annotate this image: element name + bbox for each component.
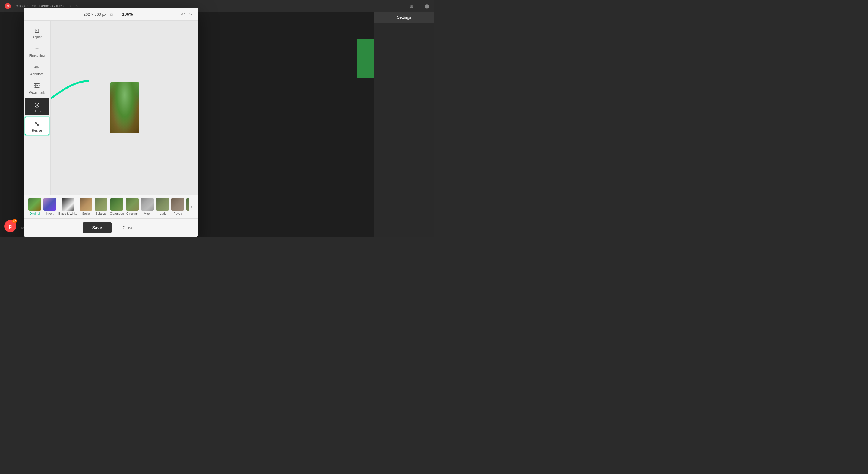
watermark-label: Watermark xyxy=(29,91,45,94)
filter-invert[interactable]: Invert xyxy=(43,198,56,215)
zoom-level: 106% xyxy=(122,12,133,16)
top-icon-2: ⬚ xyxy=(417,4,421,8)
annotate-label: Annotate xyxy=(30,72,43,76)
app-title: Maileon Email Demo · Guides · Images xyxy=(16,4,79,8)
zoom-out-button[interactable]: − xyxy=(116,11,120,17)
toolbar-separator: ⧉ xyxy=(110,12,113,17)
filter-reyes[interactable]: Reyes xyxy=(171,198,184,215)
filter-thumb-sepia xyxy=(80,198,92,211)
zoom-control: − 106% + xyxy=(116,11,138,17)
editor-footer: Save Close xyxy=(24,218,198,237)
filter-label-invert: Invert xyxy=(46,212,53,215)
filter-thumb-bw xyxy=(62,198,74,211)
zoom-in-button[interactable]: + xyxy=(135,11,139,17)
undo-button[interactable]: ↶ xyxy=(181,11,185,17)
filter-label-bw: Black & White xyxy=(59,212,77,215)
filter-moon[interactable]: Moon xyxy=(141,198,154,215)
app-logo: M xyxy=(5,3,11,9)
filter-list: Original Invert Black & White Sepia Sola… xyxy=(28,198,189,215)
filter-solarize[interactable]: Solarize xyxy=(95,198,107,215)
resize-label: Resize xyxy=(32,129,42,132)
filter-thumb-reyes xyxy=(171,198,184,211)
filter-label-clarendon: Clarendon xyxy=(110,212,124,215)
filter-thumb-invert xyxy=(43,198,56,211)
filter-thumb-gingham xyxy=(126,198,139,211)
annotate-icon: ✏ xyxy=(34,64,39,71)
filter-label-original: Original xyxy=(30,212,40,215)
image-editor-modal: 202 × 360 px ⧉ − 106% + ↶ ↷ ⊡ Adjust ≡ F… xyxy=(24,8,198,237)
editor-sidebar: ⊡ Adjust ≡ Finetuning ✏ Annotate 🖼 Water… xyxy=(24,21,51,195)
svg-marker-0 xyxy=(51,97,52,108)
watermark-icon: 🖼 xyxy=(34,82,40,90)
filter-thumb-moon xyxy=(141,198,154,211)
adjust-icon: ⊡ xyxy=(34,27,39,34)
save-button[interactable]: Save xyxy=(83,222,112,233)
tool-finetuning[interactable]: ≡ Finetuning xyxy=(25,42,50,60)
editor-toolbar: 202 × 360 px ⧉ − 106% + ↶ ↷ xyxy=(24,8,198,21)
filter-label-lark: Lark xyxy=(160,212,165,215)
green-rect-background xyxy=(357,39,374,78)
tool-resize[interactable]: ⤡ Resize xyxy=(25,116,50,135)
finetuning-label: Finetuning xyxy=(29,54,44,57)
finetuning-icon: ≡ xyxy=(35,45,39,53)
filters-label: Filters xyxy=(33,109,41,113)
adjust-label: Adjust xyxy=(32,35,41,39)
right-panel: Settings xyxy=(374,12,434,237)
filter-thumb-lark xyxy=(156,198,169,211)
filter-label-reyes: Reyes xyxy=(173,212,182,215)
filter-label-gingham: Gingham xyxy=(126,212,139,215)
editor-canvas xyxy=(51,21,198,195)
g-icon-badge: 17 xyxy=(12,219,17,223)
filter-thumb-original xyxy=(28,198,41,211)
filter-juno[interactable]: Juno xyxy=(186,198,189,215)
resize-icon: ⤡ xyxy=(34,120,39,127)
editor-body: ⊡ Adjust ≡ Finetuning ✏ Annotate 🖼 Water… xyxy=(24,21,198,195)
arrow-annotation xyxy=(51,75,94,114)
redo-button[interactable]: ↷ xyxy=(188,11,192,17)
filter-clarendon[interactable]: Clarendon xyxy=(110,198,124,215)
close-button[interactable]: Close xyxy=(116,222,139,233)
filter-strip: Original Invert Black & White Sepia Sola… xyxy=(24,195,198,218)
tool-adjust[interactable]: ⊡ Adjust xyxy=(25,24,50,41)
top-bar-icons: ⊞ ⬚ ⬤ xyxy=(410,4,429,8)
top-icon-3: ⬤ xyxy=(425,4,429,8)
top-icon-1: ⊞ xyxy=(410,4,413,8)
image-preview xyxy=(110,82,139,133)
filter-thumb-clarendon xyxy=(110,198,123,211)
filter-sepia[interactable]: Sepia xyxy=(80,198,92,215)
tool-watermark[interactable]: 🖼 Watermark xyxy=(25,79,50,97)
filter-scroll-right-button[interactable]: › xyxy=(189,204,193,210)
filter-label-sepia: Sepia xyxy=(82,212,90,215)
tool-filters[interactable]: ◎ Filters xyxy=(25,98,50,115)
tool-annotate[interactable]: ✏ Annotate xyxy=(25,61,50,78)
filter-thumb-solarize xyxy=(95,198,107,211)
g-icon[interactable]: g 17 xyxy=(4,220,16,232)
filter-gingham[interactable]: Gingham xyxy=(126,198,139,215)
filter-label-moon: Moon xyxy=(144,212,151,215)
filter-original[interactable]: Original xyxy=(28,198,41,215)
filter-thumb-juno xyxy=(186,198,189,211)
image-dimensions: 202 × 360 px xyxy=(84,12,106,16)
filter-lark[interactable]: Lark xyxy=(156,198,169,215)
chameleon-body xyxy=(110,82,139,133)
filter-bw[interactable]: Black & White xyxy=(59,198,77,215)
filter-label-solarize: Solarize xyxy=(96,212,106,215)
settings-tab[interactable]: Settings xyxy=(374,12,434,23)
toolbar-history: ↶ ↷ xyxy=(181,11,192,17)
g-icon-char: g xyxy=(9,223,12,230)
filters-icon: ◎ xyxy=(34,101,39,108)
